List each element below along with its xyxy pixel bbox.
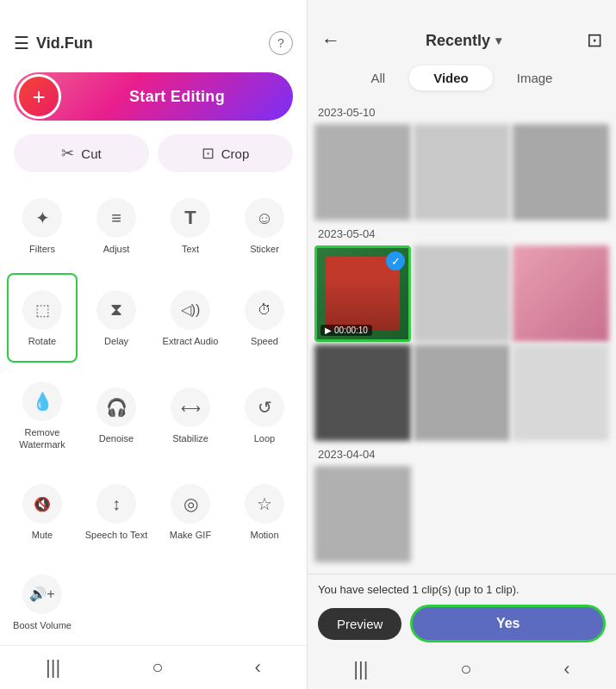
remove-watermark-icon: 💧 <box>22 382 62 421</box>
cut-label: Cut <box>81 146 101 161</box>
bottom-nav-left: ||| ○ ‹ <box>0 645 307 689</box>
nav-home-icon-right[interactable]: ○ <box>460 658 471 680</box>
start-editing-button[interactable]: + Start Editing <box>14 72 293 121</box>
plus-icon: + <box>16 74 61 119</box>
filter-tabs: All Video Image <box>308 60 616 99</box>
left-header: ☰ Vid.Fun ? <box>0 21 307 65</box>
video-duration: ▶ 00:00:10 <box>320 325 372 336</box>
hamburger-icon[interactable]: ☰ <box>14 33 29 53</box>
stabilize-label: Stabilize <box>172 432 208 444</box>
nav-home-icon[interactable]: ○ <box>152 656 163 679</box>
adjust-label: Adjust <box>103 243 130 255</box>
tab-all[interactable]: All <box>347 65 410 90</box>
loop-label: Loop <box>254 432 275 444</box>
tool-speed[interactable]: ⏱ Speed <box>229 273 300 363</box>
tool-sticker[interactable]: ☺ Sticker <box>229 183 300 270</box>
recently-label: Recently <box>426 32 490 50</box>
crop-label: Crop <box>221 146 250 161</box>
speed-label: Speed <box>251 335 278 347</box>
media-thumb-10[interactable] <box>314 466 411 562</box>
left-panel: ☰ Vid.Fun ? + Start Editing ✂ Cut ⊡ Crop… <box>0 0 308 689</box>
crop-icon: ⊡ <box>202 144 215 163</box>
tool-motion[interactable]: ☆ Motion <box>229 469 300 556</box>
media-grid-3 <box>311 466 613 562</box>
text-label: Text <box>182 243 199 255</box>
media-thumb-9[interactable] <box>513 344 609 441</box>
media-thumb-6[interactable] <box>513 245 609 342</box>
app-logo: Vid.Fun <box>36 34 93 53</box>
back-button[interactable]: ← <box>321 29 340 52</box>
tool-delay[interactable]: ⧗ Delay <box>81 273 152 363</box>
chevron-down-icon: ▾ <box>495 34 501 47</box>
tool-denoise[interactable]: 🎧 Denoise <box>81 366 152 465</box>
tool-text[interactable]: T Text <box>155 183 226 270</box>
right-panel: ← Recently ▾ ⊡ All Video Image 2023-05-1… <box>308 0 616 689</box>
text-icon: T <box>171 198 210 238</box>
start-editing-label: Start Editing <box>61 88 293 106</box>
adjust-icon: ≡ <box>96 198 136 238</box>
selection-info: You have selected 1 clip(s) (up to 1 cli… <box>318 583 606 596</box>
media-thumb-8[interactable] <box>414 344 510 441</box>
nav-menu-icon-right[interactable]: ||| <box>353 658 368 680</box>
rotate-icon: ⬚ <box>22 290 62 330</box>
date-label-3: 2023-04-04 <box>311 441 613 466</box>
check-badge: ✓ <box>386 251 405 270</box>
motion-icon: ☆ <box>245 484 284 524</box>
media-grid-1 <box>311 124 613 220</box>
crop-button[interactable]: ⊡ Crop <box>158 134 293 172</box>
filters-label: Filters <box>29 243 55 255</box>
media-thumb-1[interactable] <box>314 124 411 220</box>
tool-loop[interactable]: ↺ Loop <box>229 366 300 465</box>
speech-to-text-label: Speech to Text <box>85 529 148 541</box>
media-thumb-7[interactable] <box>314 344 411 441</box>
media-thumb-5[interactable] <box>414 245 510 342</box>
tool-stabilize[interactable]: ⟷ Stabilize <box>155 366 226 465</box>
speech-to-text-icon: ↕ <box>96 484 136 524</box>
boost-volume-label: Boost Volume <box>13 619 72 631</box>
help-button[interactable]: ? <box>269 31 293 55</box>
tool-mute[interactable]: 🔇 Mute <box>7 469 78 556</box>
tool-adjust[interactable]: ≡ Adjust <box>81 183 152 270</box>
media-thumb-2[interactable] <box>414 124 510 220</box>
tool-make-gif[interactable]: ◎ Make GIF <box>155 469 226 556</box>
delay-icon: ⧗ <box>96 290 136 330</box>
logo-area: ☰ Vid.Fun <box>14 33 93 53</box>
cut-icon: ✂ <box>61 144 74 163</box>
tool-rotate[interactable]: ⬚ Rotate <box>7 273 78 363</box>
denoise-icon: 🎧 <box>96 388 136 427</box>
camera-icon[interactable]: ⊡ <box>587 29 602 52</box>
right-header: ← Recently ▾ ⊡ <box>308 21 616 60</box>
nav-back-icon-right[interactable]: ‹ <box>563 658 569 680</box>
tool-remove-watermark[interactable]: 💧 Remove Watermark <box>7 366 78 465</box>
media-section: 2023-05-10 2023-05-04 ✓ ▶ 00:00:10 <box>308 99 616 574</box>
cut-button[interactable]: ✂ Cut <box>14 134 149 172</box>
nav-menu-icon[interactable]: ||| <box>46 656 60 679</box>
speed-icon: ⏱ <box>245 290 284 330</box>
bottom-bar: You have selected 1 clip(s) (up to 1 cli… <box>308 574 616 649</box>
rotate-label: Rotate <box>28 335 56 347</box>
extract-audio-icon: ◁)) <box>171 290 210 330</box>
yes-button[interactable]: Yes <box>410 605 606 642</box>
bottom-nav-right: ||| ○ ‹ <box>308 649 616 689</box>
date-label-2: 2023-05-04 <box>311 220 613 245</box>
boost-volume-icon: 🔊+ <box>22 574 62 614</box>
tab-image[interactable]: Image <box>493 65 577 90</box>
mute-label: Mute <box>32 529 53 541</box>
preview-button[interactable]: Preview <box>318 608 401 640</box>
make-gif-icon: ◎ <box>171 484 210 524</box>
tool-filters[interactable]: ✦ Filters <box>7 183 78 270</box>
nav-back-icon[interactable]: ‹ <box>255 656 261 679</box>
delay-label: Delay <box>104 335 128 347</box>
recently-dropdown[interactable]: Recently ▾ <box>426 32 501 50</box>
tool-boost-volume[interactable]: 🔊+ Boost Volume <box>7 558 78 645</box>
media-thumb-4-selected[interactable]: ✓ ▶ 00:00:10 <box>314 245 411 342</box>
tool-grid: ✦ Filters ≡ Adjust T Text ☺ Sticker ⬚ Ro… <box>0 183 307 645</box>
media-thumb-3[interactable] <box>513 124 609 220</box>
tool-extract-audio[interactable]: ◁)) Extract Audio <box>155 273 226 363</box>
tool-speech-to-text[interactable]: ↕ Speech to Text <box>81 469 152 556</box>
loop-icon: ↺ <box>245 388 284 427</box>
tab-video[interactable]: Video <box>409 65 493 90</box>
date-label-1: 2023-05-10 <box>311 99 613 124</box>
sticker-label: Sticker <box>250 243 279 255</box>
mute-icon: 🔇 <box>22 484 62 524</box>
